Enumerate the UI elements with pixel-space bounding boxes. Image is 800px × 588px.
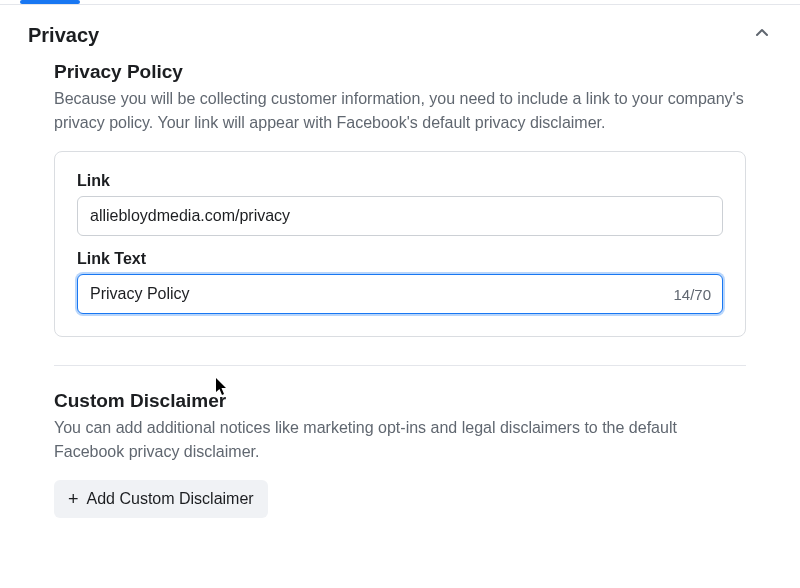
custom-disclaimer-description: You can add additional notices like mark… xyxy=(54,416,746,464)
privacy-policy-description: Because you will be collecting customer … xyxy=(54,87,746,135)
link-label: Link xyxy=(77,172,723,190)
add-custom-disclaimer-button[interactable]: + Add Custom Disclaimer xyxy=(54,480,268,518)
link-text-input[interactable] xyxy=(77,274,723,314)
link-input[interactable] xyxy=(77,196,723,236)
privacy-section-title: Privacy xyxy=(28,24,99,47)
custom-disclaimer-heading: Custom Disclaimer xyxy=(54,390,746,412)
plus-icon: + xyxy=(68,490,79,508)
section-divider xyxy=(54,365,746,366)
add-custom-disclaimer-label: Add Custom Disclaimer xyxy=(87,490,254,508)
chevron-up-icon[interactable] xyxy=(752,23,772,47)
link-text-label: Link Text xyxy=(77,250,723,268)
privacy-policy-card: Link Link Text 14/70 xyxy=(54,151,746,337)
privacy-section-header[interactable]: Privacy xyxy=(0,5,800,55)
privacy-policy-heading: Privacy Policy xyxy=(54,61,746,83)
